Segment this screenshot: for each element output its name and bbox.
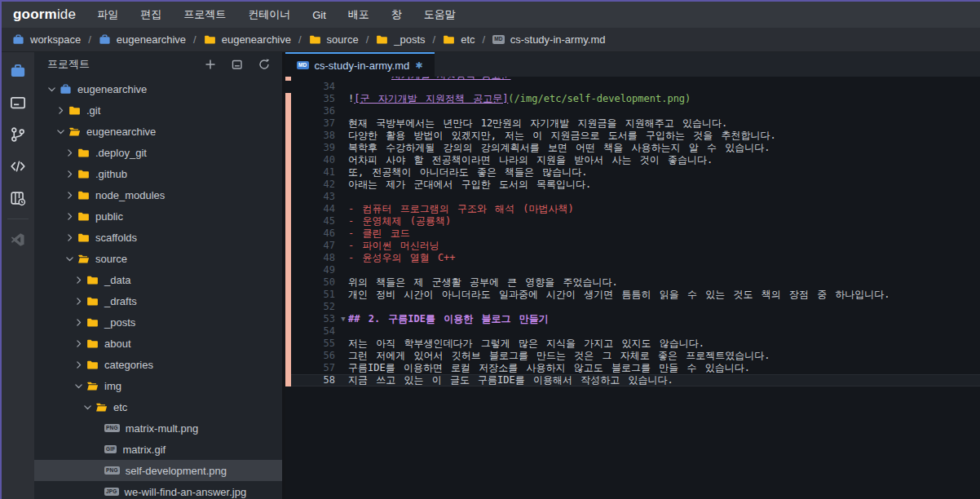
- chevron-right-icon[interactable]: [73, 274, 84, 285]
- tree-file-matrix-mult.png[interactable]: PNGmatrix-mult.png: [34, 417, 282, 439]
- code-line-49[interactable]: 49: [285, 264, 980, 276]
- tree-folder-.deploy_git[interactable]: .deploy_git: [34, 142, 282, 163]
- code-line-53[interactable]: 53▼## 2. 구름IDE를 이용한 블로그 만들기: [285, 313, 980, 325]
- code-line-39[interactable]: 39복학후 수강하게될 강의의 강의계획서를 보면 어떤 책을 사용하는지 알 …: [285, 142, 980, 154]
- code-line-35[interactable]: 35![군 자기개발 지원정책 공고문](/img/etc/self-devel…: [285, 93, 980, 105]
- code-area[interactable]: 자기개발 지원정책 공고문3435![군 자기개발 지원정책 공고문](/img…: [285, 77, 980, 499]
- chevron-right-icon[interactable]: [64, 168, 75, 179]
- chevron-down-icon[interactable]: [55, 126, 66, 137]
- file-type-badge: PNG: [104, 424, 120, 433]
- tree-folder-_drafts[interactable]: _drafts: [34, 290, 282, 311]
- chevron-right-icon[interactable]: [64, 232, 75, 243]
- refresh-icon[interactable]: [258, 58, 271, 71]
- tree-folder-categories[interactable]: categories: [34, 354, 282, 375]
- chevron-right-icon[interactable]: [73, 295, 84, 307]
- code-line-41[interactable]: 41또, 전공책이 아니더라도 좋은 책들은 많습니다.: [285, 166, 980, 179]
- breadcrumb-item[interactable]: source: [309, 33, 359, 46]
- code-line-36[interactable]: 36: [285, 105, 980, 117]
- menu-item[interactable]: 파일: [97, 7, 118, 22]
- fold-gutter-spacer: [338, 203, 348, 215]
- menu-item[interactable]: 도움말: [424, 7, 456, 22]
- code-line-37[interactable]: 37현재 국방부에서는 년만다 12만원의 자기개발 지원금을 지원해주고 있습…: [285, 117, 980, 130]
- tree-folder-scaffolds[interactable]: scaffolds: [34, 227, 282, 248]
- code-line-58[interactable]: 58지금 쓰고 있는 이 글도 구름IDE를 이용해서 작성하고 있습니다.: [285, 374, 980, 386]
- tree-folder-_data[interactable]: _data: [34, 269, 282, 290]
- breadcrumb-item[interactable]: eugenearchive: [204, 33, 291, 46]
- tree-file-matrix.gif[interactable]: GIFmatrix.gif: [34, 439, 282, 460]
- breadcrumb-item[interactable]: etc: [443, 33, 475, 46]
- code-icon[interactable]: [10, 158, 26, 174]
- breadcrumb-item[interactable]: _posts: [376, 33, 425, 46]
- menu-item[interactable]: 프로젝트: [183, 7, 226, 22]
- code-line-55[interactable]: 55저는 아직 학부생인데다가 그렇게 많은 지식을 가지고 있지도 않습니다.: [285, 338, 980, 350]
- fold-arrow-icon[interactable]: ▼: [338, 313, 348, 325]
- changed-lines-gutter-bar: [285, 203, 291, 215]
- tree-file-we-will-find-an-answer.jpg[interactable]: JPGwe-will-find-an-answer.jpg: [34, 481, 282, 499]
- code-line-46[interactable]: 46- 클린 코드: [285, 227, 980, 240]
- folder-icon: [77, 189, 90, 201]
- code-line-34[interactable]: 34: [285, 81, 980, 93]
- code-line-43[interactable]: 43: [285, 191, 980, 203]
- tree-file-self-development.png[interactable]: PNGself-development.png: [34, 460, 282, 481]
- chevron-down-icon[interactable]: [46, 83, 57, 95]
- tree-folder-img[interactable]: img: [34, 375, 282, 396]
- tree-folder-.github[interactable]: .github: [34, 163, 282, 184]
- chevron-right-icon[interactable]: [73, 316, 84, 328]
- menu-item[interactable]: 창: [391, 7, 402, 22]
- tree-folder-public[interactable]: public: [34, 205, 282, 227]
- code-line-57[interactable]: 57구름IDE를 이용하면 로컬 저장소를 사용하지 않고도 블로그를 만들 수…: [285, 362, 980, 374]
- chevron-right-icon[interactable]: [64, 189, 75, 201]
- collapse-all-icon[interactable]: [231, 58, 244, 71]
- chevron-right-icon[interactable]: [64, 210, 75, 222]
- breadcrumb-item[interactable]: workspace: [12, 33, 81, 46]
- chevron-right-icon[interactable]: [73, 338, 84, 349]
- breadcrumb-label: eugenearchive: [222, 33, 291, 46]
- menu-item[interactable]: 편집: [140, 7, 161, 22]
- breadcrumb-item[interactable]: eugenearchive: [99, 33, 186, 46]
- goormide-window: goormide 파일편집프로젝트컨테이너Git배포창도움말 workspace…: [0, 0, 980, 499]
- code-line-44[interactable]: 44- 컴퓨터 프로그램의 구조와 해석 (마법사책): [285, 203, 980, 215]
- tab-cs-study-in-army[interactable]: MD cs-study-in-army.md ✱: [285, 52, 435, 77]
- code-line-47[interactable]: 47- 파이썬 머신러닝: [285, 240, 980, 252]
- menu-item[interactable]: 배포: [348, 7, 369, 22]
- console-icon[interactable]: [10, 95, 26, 111]
- git-branch-icon[interactable]: [10, 126, 26, 143]
- code-line-38[interactable]: 38다양한 활용 방법이 있겠지만, 저는 이 지원금으로 도서를 구입하는 것…: [285, 130, 980, 142]
- code-line-54[interactable]: 54: [285, 325, 980, 338]
- code-line-52[interactable]: 52: [285, 301, 980, 313]
- tree-folder-eugenearchive[interactable]: eugenearchive: [34, 121, 282, 142]
- code-line-50[interactable]: 50위의 책들은 제 군생활 공부에 큰 영향을 주었습니다.: [285, 276, 980, 289]
- chevron-down-icon[interactable]: [73, 380, 84, 391]
- menu-bar: goormide 파일편집프로젝트컨테이너Git배포창도움말: [2, 2, 980, 28]
- tree-folder-_posts[interactable]: _posts: [34, 311, 282, 333]
- code-line-40[interactable]: 40어차피 사야 할 전공책이라면 나라의 지원을 받아서 사는 것이 좋습니다…: [285, 154, 980, 166]
- code-line-45[interactable]: 45- 운영체제 (공룡책): [285, 215, 980, 227]
- tree-folder-node_modules[interactable]: node_modules: [34, 184, 282, 205]
- changed-lines-gutter-bar: [285, 105, 291, 117]
- project-briefcase-icon[interactable]: [10, 63, 26, 79]
- tree-folder-about[interactable]: about: [34, 333, 282, 354]
- chevron-right-icon[interactable]: [64, 147, 75, 158]
- tree-folder-etc[interactable]: etc: [34, 396, 282, 417]
- chevron-right-icon[interactable]: [55, 104, 66, 116]
- menu-item[interactable]: 컨테이너: [248, 7, 290, 22]
- chevron-down-icon[interactable]: [82, 401, 93, 413]
- code-line-text: - 운영체제 (공룡책): [348, 215, 980, 227]
- tree-item-label: _data: [104, 274, 131, 286]
- tree-folder-source[interactable]: source: [34, 248, 282, 269]
- tree-folder-eugenearchive[interactable]: eugenearchive: [34, 78, 282, 99]
- preview-layout-icon[interactable]: [10, 190, 26, 206]
- menu-item[interactable]: Git: [312, 9, 326, 21]
- chevron-down-icon[interactable]: [64, 253, 75, 264]
- changed-lines-gutter-bar: [285, 350, 291, 362]
- add-icon[interactable]: [204, 58, 217, 71]
- chevron-right-icon[interactable]: [73, 359, 84, 370]
- code-line-56[interactable]: 56그런 저에게 있어서 깃허브 블로그를 만드는 것은 그 자체로 좋은 프로…: [285, 350, 980, 362]
- breadcrumb-item[interactable]: MDcs-study-in-army.md: [492, 33, 605, 46]
- code-line-48[interactable]: 48- 윤성우의 열혈 C++: [285, 252, 980, 264]
- code-line-51[interactable]: 51개인 정비 시간이 아니더라도 일과중에 시간이 생기면 틈틈히 읽을 수 …: [285, 289, 980, 301]
- code-line-42[interactable]: 42아래는 제가 군대에서 구입한 도서의 목록입니다.: [285, 179, 980, 191]
- fold-gutter-spacer: [338, 166, 348, 179]
- vscode-icon[interactable]: [10, 232, 26, 248]
- tree-folder-.git[interactable]: .git: [34, 99, 282, 121]
